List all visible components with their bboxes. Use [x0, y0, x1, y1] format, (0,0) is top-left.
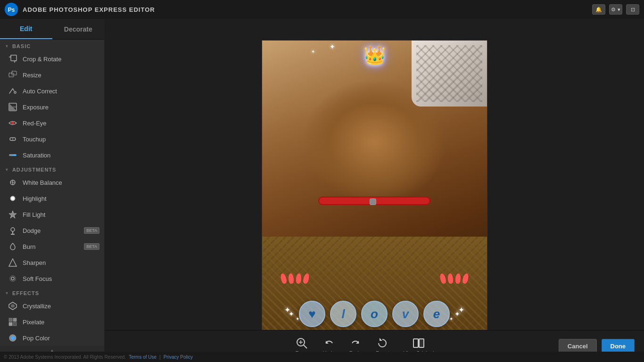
canvas-area: 👑 ✦ ✦ ✦ ✦ ✦ ♥ l o v e ✦ ✦ ✦	[105, 19, 644, 362]
photo-container: 👑 ✦ ✦ ✦ ✦ ✦ ♥ l o v e ✦ ✦ ✦	[262, 40, 487, 341]
auto-correct-icon	[8, 86, 18, 96]
svg-rect-2	[11, 55, 17, 61]
tab-decorate[interactable]: Decorate	[52, 19, 105, 39]
settings-icon[interactable]: ⚙ ▾	[609, 4, 622, 15]
notification-icon[interactable]: 🔔	[592, 4, 605, 15]
sidebar-item-resize[interactable]: Resize	[0, 67, 104, 83]
privacy-link[interactable]: Privacy Policy	[164, 354, 193, 360]
touchup-icon	[8, 134, 18, 144]
dodge-label: Dodge	[23, 227, 79, 234]
svg-rect-34	[13, 322, 17, 326]
effects-label: EFFECTS	[12, 290, 39, 296]
svg-marker-30	[11, 304, 15, 308]
zoom-icon	[296, 337, 308, 349]
svg-point-27	[10, 276, 16, 281]
edit-decorate-tabs: Edit Decorate	[0, 19, 104, 40]
adjustments-label: ADJUSTMENTS	[12, 167, 57, 173]
burn-beta-badge: BETA	[84, 243, 99, 250]
redo-icon	[349, 337, 362, 349]
basic-arrow: ▼	[5, 44, 9, 49]
sidebar-item-exposure[interactable]: Exposure	[0, 99, 104, 115]
sidebar-item-pixelate[interactable]: Pixelate	[0, 314, 104, 330]
app-logo: Ps	[5, 3, 18, 16]
fill-light-label: Fill Light	[23, 211, 99, 218]
pop-color-label: Pop Color	[23, 335, 99, 342]
svg-rect-31	[9, 318, 12, 321]
sidebar-item-burn[interactable]: Burn BETA	[0, 239, 104, 255]
burn-label: Burn	[23, 243, 79, 250]
svg-line-9	[9, 89, 13, 93]
svg-marker-47	[380, 338, 382, 341]
svg-rect-18	[9, 154, 17, 156]
svg-point-23	[11, 228, 15, 231]
burn-icon	[8, 241, 18, 252]
sidebar-item-dodge[interactable]: Dodge BETA	[0, 222, 104, 239]
svg-point-28	[11, 277, 14, 280]
exposure-icon	[8, 102, 18, 112]
svg-point-36	[11, 336, 15, 340]
sidebar-item-pop-color[interactable]: Pop Color	[0, 330, 104, 346]
resize-label: Resize	[23, 72, 99, 79]
app-title: ADOBE PHOTOSHOP EXPRESS EDITOR	[23, 6, 587, 13]
section-adjustments[interactable]: ▼ ADJUSTMENTS	[0, 163, 104, 174]
auto-correct-label: Auto Correct	[23, 88, 99, 95]
svg-point-11	[14, 91, 16, 93]
svg-rect-32	[13, 318, 17, 321]
tab-edit[interactable]: Edit	[0, 19, 52, 39]
sharpen-label: Sharpen	[23, 259, 99, 266]
svg-line-42	[304, 345, 307, 348]
svg-rect-49	[419, 339, 424, 347]
crystallize-label: Crystallize	[23, 303, 99, 310]
sidebar-item-red-eye[interactable]: Red-Eye	[0, 115, 104, 131]
adjustments-arrow: ▼	[5, 167, 9, 172]
undo-icon	[323, 337, 335, 349]
resize-icon	[8, 70, 18, 80]
sidebar-item-fill-light[interactable]: Fill Light	[0, 206, 104, 222]
sidebar-item-highlight[interactable]: Highlight	[0, 190, 104, 206]
crystallize-icon	[8, 301, 18, 311]
separator: |	[159, 354, 161, 360]
sharpen-icon	[8, 257, 18, 268]
sidebar: Edit Decorate ▼ BASIC	[0, 19, 105, 362]
sidebar-item-crystallize[interactable]: Crystallize	[0, 298, 104, 314]
saturation-label: Saturation	[23, 152, 99, 159]
svg-text:Ps: Ps	[8, 7, 15, 13]
window-icon[interactable]: ⊡	[626, 4, 639, 15]
svg-rect-48	[413, 339, 418, 347]
reset-icon	[376, 337, 388, 349]
fill-light-icon	[8, 209, 18, 220]
pixelate-label: Pixelate	[23, 319, 99, 326]
sidebar-item-auto-correct[interactable]: Auto Correct	[0, 83, 104, 99]
svg-point-21	[11, 197, 14, 200]
crop-rotate-label: Crop & Rotate	[23, 56, 99, 63]
basic-label: BASIC	[12, 43, 31, 49]
red-eye-icon	[8, 118, 18, 128]
statusbar: © 2013 Adobe Systems Incorporated. All R…	[0, 352, 644, 362]
sidebar-item-touchup[interactable]: Touchup	[0, 131, 104, 147]
saturation-icon	[8, 150, 18, 160]
sidebar-scroll[interactable]: ▼ BASIC Crop & Rotate	[0, 40, 104, 346]
titlebar-icons: 🔔 ⚙ ▾ ⊡	[592, 4, 639, 15]
sidebar-item-crop-rotate[interactable]: Crop & Rotate	[0, 51, 104, 67]
effects-arrow: ▼	[5, 291, 9, 296]
pop-color-icon	[8, 333, 18, 343]
section-basic[interactable]: ▼ BASIC	[0, 40, 104, 51]
white-balance-icon	[8, 177, 18, 188]
highlight-label: Highlight	[23, 195, 99, 202]
section-effects[interactable]: ▼ EFFECTS	[0, 287, 104, 298]
sidebar-item-sharpen[interactable]: Sharpen	[0, 255, 104, 271]
touchup-label: Touchup	[23, 136, 99, 143]
photo-background: 👑 ✦ ✦ ✦ ✦ ✦ ♥ l o v e ✦ ✦ ✦	[262, 40, 487, 341]
svg-rect-7	[9, 73, 14, 77]
dodge-beta-badge: BETA	[84, 227, 99, 234]
soft-focus-icon	[8, 273, 18, 284]
crop-rotate-icon	[8, 54, 18, 64]
svg-rect-33	[9, 322, 12, 326]
terms-link[interactable]: Terms of Use	[129, 354, 157, 360]
highlight-icon	[8, 193, 18, 204]
sidebar-item-white-balance[interactable]: White Balance	[0, 174, 104, 190]
sidebar-item-saturation[interactable]: Saturation	[0, 147, 104, 163]
red-eye-label: Red-Eye	[23, 120, 99, 127]
sidebar-item-soft-focus[interactable]: Soft Focus	[0, 271, 104, 287]
pixelate-icon	[8, 317, 18, 327]
